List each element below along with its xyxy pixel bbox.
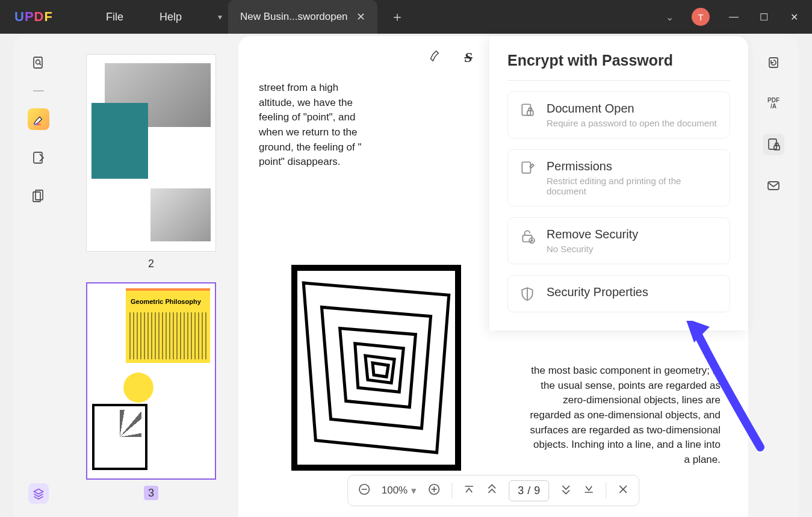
- encrypt-button[interactable]: [763, 134, 784, 155]
- permissions-option[interactable]: Permissions Restrict editing and printin…: [507, 149, 730, 206]
- body-text: the most basic component in geometry; in…: [528, 364, 721, 467]
- close-icon: [617, 483, 629, 495]
- separator: [33, 90, 44, 91]
- next-page-button[interactable]: [560, 483, 572, 498]
- pages-icon: [31, 189, 46, 203]
- zoom-level[interactable]: 100% ▾: [382, 484, 417, 497]
- highlight-button[interactable]: [427, 48, 441, 66]
- page-separator: /: [527, 484, 530, 497]
- strikethrough-button[interactable]: S: [465, 49, 473, 66]
- menu-help[interactable]: Help: [160, 11, 182, 23]
- security-properties-option[interactable]: Security Properties: [507, 275, 730, 312]
- search-tool[interactable]: [28, 52, 49, 73]
- svg-line-2: [40, 64, 42, 66]
- tab-list-dropdown-icon[interactable]: ▾: [212, 12, 228, 22]
- chevron-down-icon: ▾: [411, 484, 417, 497]
- first-page-icon: [463, 483, 475, 495]
- svg-marker-10: [355, 344, 404, 392]
- mail-icon: [766, 178, 781, 193]
- right-toolbar: PDF/A: [748, 36, 799, 517]
- highlighter-icon: [427, 48, 441, 63]
- workspace: 2 Geometric Philosophy 3 S U street from…: [13, 36, 799, 517]
- permissions-icon: [519, 159, 536, 176]
- minimize-icon[interactable]: —: [728, 11, 740, 22]
- document-tab[interactable]: New Busin...swordopen ✕: [228, 0, 377, 34]
- zoom-value: 100%: [382, 484, 408, 497]
- svg-rect-25: [768, 182, 779, 190]
- pdfa-icon: PDF/A: [767, 98, 779, 110]
- chevron-down-icon: [560, 483, 572, 495]
- close-tab-icon[interactable]: ✕: [356, 10, 365, 23]
- svg-marker-12: [373, 363, 388, 377]
- total-pages: 9: [534, 484, 540, 497]
- zoom-out-button[interactable]: [358, 483, 371, 499]
- rotate-icon: [766, 55, 781, 70]
- app-logo: UPDF: [14, 9, 53, 25]
- document-open-option[interactable]: Document Open Require a password to open…: [507, 91, 730, 138]
- pdfa-button[interactable]: PDF/A: [763, 93, 784, 114]
- last-page-button[interactable]: [583, 483, 595, 498]
- zoom-toolbar: 100% ▾ 3 / 9: [347, 475, 640, 506]
- current-page: 3: [518, 484, 524, 497]
- svg-rect-28: [522, 162, 530, 173]
- thumbnail-label: 2: [81, 258, 222, 270]
- close-window-icon[interactable]: ✕: [788, 11, 800, 23]
- share-button[interactable]: [763, 175, 784, 196]
- layers-icon: [33, 488, 45, 500]
- unlock-icon: [519, 228, 536, 244]
- option-label: Document Open: [547, 102, 717, 116]
- rotate-button[interactable]: [763, 52, 784, 73]
- highlighter-icon: [32, 113, 45, 126]
- option-desc: No Security: [547, 244, 638, 254]
- left-toolbar: [13, 36, 64, 517]
- chevron-up-icon: [486, 483, 498, 495]
- panel-title: Encrypt with Password: [507, 52, 730, 81]
- svg-rect-26: [522, 104, 530, 115]
- titlebar: UPDF File Help ▾ New Busin...swordopen ✕…: [0, 0, 812, 34]
- svg-marker-9: [340, 329, 416, 407]
- comment-tool[interactable]: [28, 108, 49, 130]
- geometric-image: [291, 265, 461, 471]
- svg-marker-8: [321, 307, 430, 428]
- document-lock-icon: [519, 102, 536, 119]
- zoom-in-button[interactable]: [427, 483, 441, 499]
- option-desc: Require a password to open the document: [547, 118, 717, 128]
- last-page-icon: [583, 483, 595, 495]
- thumbnail-3[interactable]: Geometric Philosophy 3: [81, 282, 222, 500]
- edit-icon: [31, 150, 46, 165]
- encrypt-panel: Encrypt with Password Document Open Requ…: [489, 36, 748, 330]
- pages-tool[interactable]: [28, 185, 49, 207]
- option-label: Remove Security: [547, 228, 638, 241]
- maximize-icon[interactable]: ☐: [758, 11, 770, 23]
- thumb-title: Geometric Philosophy: [131, 298, 201, 305]
- user-avatar[interactable]: T: [692, 8, 710, 26]
- edit-tool[interactable]: [28, 147, 49, 169]
- body-text: street from a high altitude, we have the…: [259, 81, 373, 170]
- svg-marker-11: [365, 356, 394, 383]
- svg-rect-0: [34, 57, 42, 68]
- close-toolbar-button[interactable]: [617, 483, 629, 498]
- remove-security-option[interactable]: Remove Security No Security: [507, 217, 730, 264]
- minus-circle-icon: [358, 483, 371, 496]
- plus-circle-icon: [427, 483, 441, 496]
- search-icon: [31, 55, 46, 70]
- chevron-down-icon[interactable]: ⌄: [666, 11, 674, 23]
- menu-file[interactable]: File: [106, 11, 123, 23]
- option-desc: Restrict editing and printing of the doc…: [547, 176, 719, 196]
- new-tab-button[interactable]: ＋: [391, 8, 404, 26]
- page-indicator[interactable]: 3 / 9: [509, 480, 549, 501]
- svg-rect-4: [34, 152, 42, 163]
- divider: [451, 483, 452, 498]
- tab-title: New Busin...swordopen: [240, 11, 348, 23]
- svg-rect-3: [34, 123, 43, 125]
- first-page-button[interactable]: [463, 483, 475, 498]
- thumbnail-label: 3: [144, 486, 158, 500]
- layers-button[interactable]: [28, 483, 49, 504]
- divider: [606, 483, 606, 498]
- svg-point-1: [36, 60, 40, 64]
- option-label: Permissions: [547, 159, 719, 173]
- thumbnail-2[interactable]: 2: [81, 54, 222, 270]
- prev-page-button[interactable]: [486, 483, 498, 498]
- thumbnail-panel: 2 Geometric Philosophy 3: [64, 36, 238, 517]
- lock-document-icon: [766, 137, 781, 152]
